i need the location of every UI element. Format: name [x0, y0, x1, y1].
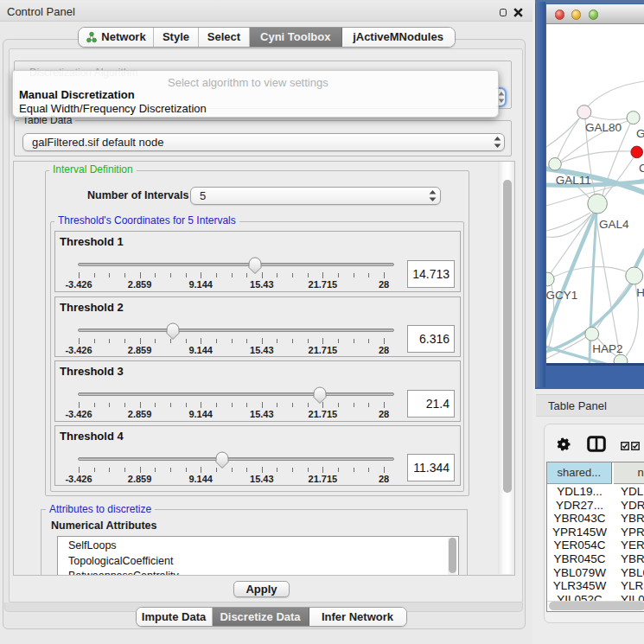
- svg-text:CY: CY: [639, 162, 644, 175]
- svg-text:GAL11: GAL11: [556, 174, 591, 187]
- svg-text:GAL: GAL: [636, 127, 644, 140]
- svg-text:GCY1: GCY1: [546, 289, 577, 302]
- svg-text:HAP2: HAP2: [592, 342, 622, 355]
- svg-text:GAL4: GAL4: [599, 218, 629, 231]
- svg-text:HIS: HIS: [636, 286, 644, 299]
- svg-text:GAL80: GAL80: [585, 121, 622, 134]
